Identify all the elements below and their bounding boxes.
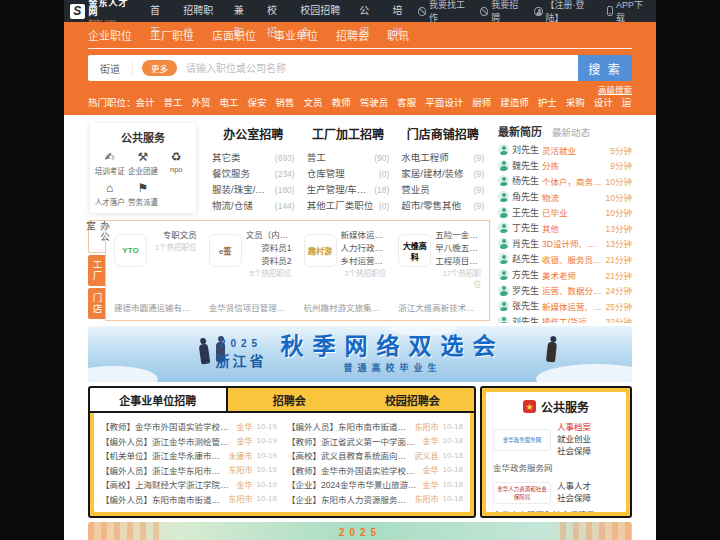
category-link[interactable]: 服装/珠宝/化妆品(180) — [212, 182, 295, 198]
top-nav-item[interactable]: 校招 — [259, 0, 292, 22]
hot-job-link[interactable]: 驾驶员 — [360, 95, 389, 109]
channel-tab[interactable]: 企业职位 — [88, 27, 132, 43]
register-login-link[interactable]: 【注册·登陆】 — [534, 0, 596, 24]
category-link[interactable]: 物流/仓储(144) — [212, 198, 295, 214]
company-card[interactable]: 趣村游 新媒体运营专员 人力行政专员 乡村运营师（乡村 3个热招职位 杭州趣村游… — [298, 225, 393, 316]
job-post-row[interactable]: 【编外人员】东阳市南市街道社区卫生服务中... 东阳市 10-18 — [101, 492, 277, 507]
top-nav-item[interactable]: 公招 — [351, 0, 384, 22]
hot-job-link[interactable]: 建造师 — [500, 95, 529, 109]
tab-org-jobs[interactable]: 企事业单位招聘 — [90, 388, 228, 411]
company-tab-office[interactable]: 办公室 — [88, 220, 105, 253]
region-filter[interactable]: 街道 — [88, 61, 133, 76]
autumn-fair-banner[interactable]: 2025 浙江省 秋季网络双选会 普通高校毕业生 — [88, 326, 632, 382]
job-post-row[interactable]: 【教师】金华市外国语实验学校小学教务... 金华 10-19 — [101, 419, 277, 434]
category-link[interactable]: 营业员(9) — [401, 182, 484, 198]
service-link[interactable]: 社会保障 — [557, 446, 591, 457]
top-nav-item[interactable]: 招聘职位 — [175, 0, 226, 22]
hot-job-link[interactable]: 护士 — [538, 95, 557, 109]
job-post-row[interactable]: 【机关单位】浙江金华永康市人民法院工作人... 永康市 10-19 — [101, 448, 277, 463]
service-link[interactable]: 人事档案 — [557, 422, 591, 433]
resume-row[interactable]: 丁先生 其他 13分钟 — [498, 220, 632, 236]
find-job-link[interactable]: 我要找工作 — [418, 0, 469, 24]
autumn-fair-banner-bottom[interactable]: 2025 秋季网络双选会 — [88, 522, 632, 540]
service-link[interactable]: 人事人才 — [557, 481, 591, 492]
public-service-item[interactable]: ⚒ 企业团建 — [126, 151, 159, 176]
tab-campus-fair[interactable]: 校园招聘会 — [351, 388, 474, 411]
resume-row[interactable]: 罗先生 运营、数据分析师 24分钟 — [498, 282, 632, 298]
search-button[interactable]: 搜 索 — [578, 55, 632, 81]
gov-service-item[interactable]: 金华人力资源和社会保障局 人事人才 社会保障 — [493, 481, 619, 504]
resume-row[interactable]: 杨先生 个体户，商务司机... 10分钟 — [498, 173, 632, 189]
hot-job-link[interactable]: 会计 — [136, 95, 155, 109]
company-card[interactable]: YTO 专职文员 1个热招职位 建德市圆通运输有限公司 — [108, 225, 203, 316]
hot-job-link[interactable]: 文员 — [304, 95, 323, 109]
resume-row[interactable]: 张先生 新媒体运营、导购... 25分钟 — [498, 298, 632, 314]
top-nav-item[interactable]: 校园招聘会 — [292, 0, 351, 22]
top-nav-item[interactable]: 兼职 — [226, 0, 259, 22]
resume-row[interactable]: 刘先生 灵活就业 5分钟 — [498, 142, 632, 158]
job-post-row[interactable]: 【编外人员】东阳市南市街道社区卫生服务中... 东阳市 10-18 — [287, 419, 463, 434]
hot-job-link[interactable]: 保安 — [248, 95, 267, 109]
site-logo[interactable]: S 金东人才网 jhjdrc.com — [64, 0, 142, 24]
job-post-row[interactable]: 【高校】武义县教育系统面向2025届普通... 武义县 10-18 — [287, 448, 463, 463]
search-input[interactable] — [186, 63, 578, 74]
job-post-row[interactable]: 【企业】东阳市人力资源服务有限公司招... 东阳市 10-18 — [287, 492, 463, 507]
public-service-item[interactable]: ⌂ 人才落户 — [93, 182, 126, 207]
service-link[interactable]: 社会保障 — [557, 493, 591, 504]
service-link[interactable]: 就业创业 — [557, 434, 591, 445]
job-post-row[interactable]: 【编外人员】浙江金华市测绘管理中心招聘编... 金华 10-19 — [101, 434, 277, 449]
public-service-item[interactable]: ⚑ 劳务派遣 — [126, 182, 159, 207]
category-link[interactable]: 家居/建材/装修(9) — [401, 166, 484, 182]
category-link[interactable]: 餐饮服务(234) — [212, 166, 295, 182]
post-job-link[interactable]: 我要招聘 — [480, 0, 523, 24]
resume-row[interactable]: 角先生 物流 10分钟 — [498, 189, 632, 205]
channel-tab[interactable]: 招聘会 — [336, 27, 369, 43]
channel-tab[interactable]: 店面职位 — [212, 27, 256, 43]
company-tab-shop[interactable]: 门店 — [88, 288, 105, 319]
job-post-row[interactable]: 【高校】上海财经大学浙江学院2024年心... 金华 10-19 — [101, 477, 277, 492]
resume-row[interactable]: 王先生 已毕业 10分钟 — [498, 204, 632, 220]
hot-job-link[interactable]: 厨师 — [472, 95, 491, 109]
hot-job-link[interactable]: 客服 — [397, 95, 416, 109]
hot-job-link[interactable]: 电工 — [220, 95, 239, 109]
channel-tab[interactable]: 事业单位 — [274, 27, 318, 43]
category-link[interactable]: 生产管理/车间主任(18) — [307, 182, 390, 198]
tab-latest-resumes[interactable]: 最新简历 — [498, 123, 542, 139]
company-tab-factory[interactable]: 工厂 — [88, 255, 105, 286]
hot-job-link[interactable]: 运营 — [622, 95, 632, 109]
advanced-search-link[interactable]: 高级搜索 — [598, 85, 632, 95]
resume-row[interactable]: 魏先生 分拣 9分钟 — [498, 158, 632, 174]
job-post-row[interactable]: 【教师】浙江省武义第一中学面向2025届... 金华 10-18 — [287, 434, 463, 449]
channel-tab[interactable]: 工厂职位 — [150, 27, 194, 43]
category-link[interactable]: 普工(90) — [307, 150, 390, 166]
hot-job-link[interactable]: 普工 — [164, 95, 183, 109]
more-filters-button[interactable]: 更多 — [142, 60, 177, 76]
hot-job-link[interactable]: 外贸 — [192, 95, 211, 109]
tab-latest-activity[interactable]: 最新动态 — [552, 125, 590, 139]
gov-service-item[interactable]: 金华政务服务网 人事档案 就业创业 社会保障 — [493, 422, 619, 457]
tab-job-fair[interactable]: 招聘会 — [228, 388, 351, 411]
resume-row[interactable]: 方先生 美术老师 21分钟 — [498, 267, 632, 283]
channel-tab[interactable]: 职讯 — [387, 27, 409, 43]
public-service-item[interactable]: ♻ npo — [160, 151, 193, 176]
job-post-row[interactable]: 【编外人员】浙江金华东阳市南市街道社区卫... 东阳市 10-19 — [101, 463, 277, 478]
resume-row[interactable]: 赵先生 收银、服务员、理... 21分钟 — [498, 251, 632, 267]
hot-job-link[interactable]: 设计 — [594, 95, 613, 109]
category-link[interactable]: 其他工厂类职位(0) — [307, 198, 390, 214]
hot-job-link[interactable]: 采购 — [566, 95, 585, 109]
job-post-row[interactable]: 【企业】2024金华市华景山旅游开发有限... 金华 10-18 — [287, 477, 463, 492]
category-link[interactable]: 其它类(693) — [212, 150, 295, 166]
job-post-row[interactable]: 【教师】金华市外国语实验学校小学教务... 金华 10-18 — [287, 463, 463, 478]
resume-row[interactable]: 肖先生 3D设计师、软装... 13分钟 — [498, 236, 632, 252]
category-link[interactable]: 水电工程师(9) — [401, 150, 484, 166]
top-nav-item[interactable]: 培训 — [385, 0, 418, 22]
resume-row[interactable]: 刘先生 操作工/货运司机... 32分钟 — [498, 314, 632, 323]
hot-job-link[interactable]: 教师 — [332, 95, 351, 109]
hot-job-link[interactable]: 平面设计 — [425, 95, 463, 109]
category-link[interactable]: 仓库管理(0) — [307, 166, 390, 182]
company-card[interactable]: e签 文员（内勤） 资料员1 资料员2 5个热招职位 金华贤信项目管理咨询有限.… — [203, 225, 298, 316]
app-download-link[interactable]: APP下载 — [607, 0, 648, 24]
public-service-item[interactable]: ✍ 培训考证 — [93, 151, 126, 176]
category-link[interactable]: 超市/零售其他(9) — [401, 198, 484, 214]
top-nav-item[interactable]: 首页 — [142, 0, 175, 22]
